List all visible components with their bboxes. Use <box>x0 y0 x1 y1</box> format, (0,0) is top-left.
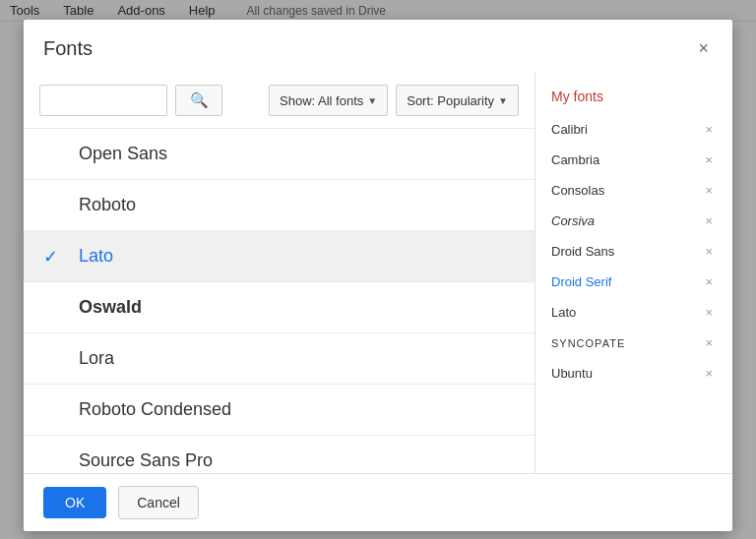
font-list-item[interactable]: Source Sans Pro <box>24 436 535 473</box>
remove-font-button[interactable]: × <box>701 211 717 230</box>
search-button[interactable]: 🔍 <box>175 85 222 116</box>
my-fonts-list: Calibri×Cambria×Consolas×Corsiva×Droid S… <box>536 114 732 389</box>
font-name-label: Roboto <box>79 195 136 215</box>
font-check-icon: ✓ <box>43 246 63 268</box>
my-font-name-label: Calibri <box>551 122 588 137</box>
remove-font-button[interactable]: × <box>701 333 717 352</box>
my-font-item[interactable]: SYNCOPATE× <box>536 328 732 358</box>
remove-font-button[interactable]: × <box>701 242 717 261</box>
my-font-item[interactable]: Corsiva× <box>536 206 732 236</box>
remove-font-button[interactable]: × <box>701 150 717 169</box>
font-name-label: Oswald <box>79 297 142 318</box>
search-icon: 🔍 <box>190 91 209 109</box>
show-filter-arrow: ▼ <box>367 95 377 106</box>
modal-title: Fonts <box>43 37 93 60</box>
my-font-item[interactable]: Lato× <box>536 297 732 328</box>
my-font-name-label: Cambria <box>551 152 599 167</box>
filters: Show: All fonts ▼ Sort: Popularity ▼ <box>269 85 519 116</box>
my-font-name-label: Droid Sans <box>551 244 614 259</box>
my-font-name-label: Droid Serif <box>551 274 611 289</box>
my-font-name-label: Lato <box>551 305 576 320</box>
sort-filter-label: Sort: Popularity <box>407 93 494 108</box>
search-bar: 🔍 Show: All fonts ▼ Sort: Popularity ▼ <box>24 73 535 128</box>
my-font-name-label: SYNCOPATE <box>551 337 625 349</box>
modal-overlay: Fonts × 🔍 Show: All fonts ▼ <box>0 0 756 539</box>
font-list-item[interactable]: Open Sans <box>24 129 535 180</box>
my-font-name-label: Ubuntu <box>551 366 593 381</box>
show-filter-label: Show: All fonts <box>280 93 363 108</box>
cancel-button[interactable]: Cancel <box>118 486 199 519</box>
modal-footer: OK Cancel <box>24 473 732 531</box>
close-button[interactable]: × <box>694 35 713 61</box>
my-font-name-label: Consolas <box>551 183 604 198</box>
font-list-item[interactable]: ✓Lato <box>24 231 535 282</box>
sort-filter-button[interactable]: Sort: Popularity ▼ <box>396 85 519 116</box>
my-font-item[interactable]: Consolas× <box>536 175 732 206</box>
font-name-label: Roboto Condensed <box>79 399 231 420</box>
my-font-name-label: Corsiva <box>551 213 595 228</box>
remove-font-button[interactable]: × <box>701 120 717 139</box>
font-list: Open SansRoboto✓LatoOswaldLoraRoboto Con… <box>24 128 535 473</box>
my-fonts-title: My fonts <box>536 85 732 114</box>
fonts-modal: Fonts × 🔍 Show: All fonts ▼ <box>24 20 732 531</box>
font-name-label: Lora <box>79 348 114 369</box>
left-panel: 🔍 Show: All fonts ▼ Sort: Popularity ▼ <box>24 73 536 473</box>
app-background: Tools Table Add-ons Help All changes sav… <box>0 0 756 539</box>
my-font-item[interactable]: Ubuntu× <box>536 358 732 389</box>
remove-font-button[interactable]: × <box>701 181 717 200</box>
font-list-item[interactable]: Lora <box>24 333 535 385</box>
my-font-item[interactable]: Droid Serif× <box>536 267 732 297</box>
ok-button[interactable]: OK <box>43 487 106 518</box>
font-list-item[interactable]: Roboto Condensed <box>24 385 535 436</box>
font-name-label: Open Sans <box>79 144 167 164</box>
my-font-item[interactable]: Calibri× <box>536 114 732 145</box>
remove-font-button[interactable]: × <box>701 364 717 383</box>
modal-header: Fonts × <box>24 20 732 73</box>
show-filter-button[interactable]: Show: All fonts ▼ <box>269 85 388 116</box>
font-list-item[interactable]: Roboto <box>24 180 535 231</box>
font-list-item[interactable]: Oswald <box>24 282 535 333</box>
font-name-label: Source Sans Pro <box>79 450 213 471</box>
font-name-label: Lato <box>79 246 113 267</box>
my-font-item[interactable]: Droid Sans× <box>536 236 732 267</box>
remove-font-button[interactable]: × <box>701 303 717 322</box>
modal-body: 🔍 Show: All fonts ▼ Sort: Popularity ▼ <box>24 73 732 473</box>
search-input[interactable] <box>39 85 167 116</box>
remove-font-button[interactable]: × <box>701 272 717 291</box>
sort-filter-arrow: ▼ <box>498 95 508 106</box>
my-font-item[interactable]: Cambria× <box>536 145 732 175</box>
right-panel: My fonts Calibri×Cambria×Consolas×Corsiv… <box>536 73 732 473</box>
